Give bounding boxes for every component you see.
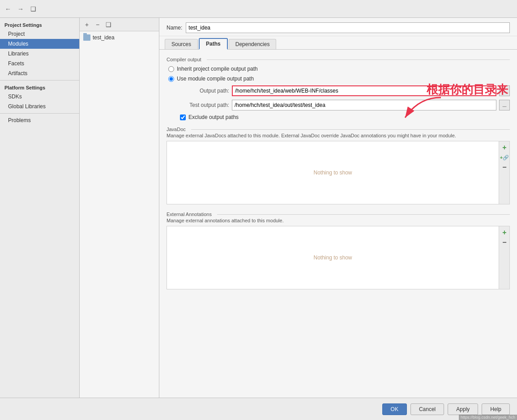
compiler-output-header: Compiler output <box>167 56 510 63</box>
bottom-bar: OK Cancel Apply Help https://blog.csdn.n… <box>0 398 517 420</box>
use-module-radio[interactable] <box>168 76 174 82</box>
back-icon[interactable]: ← <box>4 4 13 13</box>
exclude-checkbox[interactable] <box>180 115 186 120</box>
content-body: Compiler output Inherit project compile … <box>159 50 517 398</box>
top-toolbar: ← → ❑ <box>0 0 517 18</box>
exclude-checkbox-label[interactable]: Exclude output paths <box>188 114 239 120</box>
add-module-button[interactable]: + <box>82 20 91 29</box>
external-annotations-manage-text: Manage external annotations attached to … <box>167 218 510 223</box>
module-folder-icon <box>83 34 90 41</box>
apply-button[interactable]: Apply <box>448 403 478 415</box>
test-output-path-browse-button[interactable]: ... <box>499 100 510 110</box>
output-path-label: Output path: <box>180 88 229 94</box>
javadoc-nothing: Nothing to show <box>313 170 352 176</box>
watermark: https://blog.csdn.net/geek_hch <box>459 415 517 420</box>
module-toolbar: + − ❑ <box>80 18 159 31</box>
sidebar-item-modules[interactable]: Modules <box>0 39 79 49</box>
external-annotations-section: External Annotations Manage external ann… <box>167 211 510 289</box>
javadoc-add-button[interactable]: + <box>500 143 509 152</box>
sidebar-divider2 <box>0 113 79 114</box>
ext-annotations-remove-button[interactable]: − <box>500 238 509 247</box>
platform-settings-title: Platform Settings <box>0 82 79 92</box>
test-output-path-row: Test output path: ... <box>167 100 510 110</box>
test-output-path-input[interactable] <box>232 100 496 110</box>
javadoc-remove-button[interactable]: − <box>500 163 509 172</box>
external-annotations-list: Nothing to show + − <box>167 226 510 289</box>
content-panel: Name: Sources Paths Dependencies Compile… <box>159 18 517 398</box>
javadoc-line <box>191 129 510 130</box>
sidebar-item-project[interactable]: Project <box>0 29 79 39</box>
compiler-output-title: Compiler output <box>167 57 204 62</box>
copy-icon[interactable]: ❑ <box>29 4 38 13</box>
help-button[interactable]: Help <box>482 403 510 415</box>
output-path-input[interactable] <box>232 85 496 96</box>
javadoc-title: JavaDoc <box>167 127 188 132</box>
name-label: Name: <box>167 25 182 31</box>
sidebar-item-libraries[interactable]: Libraries <box>0 49 79 59</box>
external-annotations-line <box>217 214 510 215</box>
name-input[interactable] <box>186 22 510 33</box>
javadoc-header: JavaDoc <box>167 126 510 133</box>
javadoc-list: Nothing to show + +🔗 − <box>167 141 510 204</box>
sidebar-item-facets[interactable]: Facets <box>0 59 79 68</box>
ok-button[interactable]: OK <box>382 403 407 415</box>
external-annotations-body: Nothing to show <box>167 226 499 289</box>
name-row: Name: <box>159 18 517 36</box>
section-line <box>207 59 510 60</box>
module-list: test_idea <box>80 31 159 398</box>
sidebar-item-sdks[interactable]: SDKs <box>0 92 79 102</box>
tab-sources[interactable]: Sources <box>165 39 198 49</box>
tab-dependencies[interactable]: Dependencies <box>229 39 277 49</box>
exclude-checkbox-row: Exclude output paths <box>167 114 510 120</box>
remove-module-button[interactable]: − <box>93 20 102 29</box>
compiler-output-section: Compiler output <box>167 56 510 63</box>
inherit-radio-label[interactable]: Inherit project compile output path <box>177 66 258 72</box>
sidebar-divider <box>0 80 79 81</box>
javadoc-add-url-button[interactable]: +🔗 <box>500 153 509 162</box>
sidebar: Project Settings Project Modules Librari… <box>0 18 80 398</box>
ext-annotations-add-button[interactable]: + <box>500 228 509 237</box>
output-path-browse-button[interactable]: ... <box>499 85 510 96</box>
copy-module-button[interactable]: ❑ <box>104 20 113 29</box>
project-settings-title: Project Settings <box>0 20 79 29</box>
external-annotations-actions: + − <box>499 226 509 289</box>
external-annotations-title: External Annotations <box>167 212 214 217</box>
sidebar-item-problems[interactable]: Problems <box>0 115 79 125</box>
javadoc-body: Nothing to show <box>167 141 499 204</box>
external-annotations-nothing: Nothing to show <box>313 255 352 261</box>
external-annotations-header: External Annotations <box>167 211 510 218</box>
module-panel: + − ❑ test_idea <box>80 18 159 398</box>
inherit-radio[interactable] <box>168 66 174 72</box>
javadoc-manage-text: Manage external JavaDocs attached to thi… <box>167 133 510 138</box>
use-module-radio-label[interactable]: Use module compile output path <box>177 76 254 82</box>
sidebar-item-artifacts[interactable]: Artifacts <box>0 68 79 78</box>
forward-icon[interactable]: → <box>16 4 25 13</box>
module-list-item[interactable]: test_idea <box>80 33 159 42</box>
test-output-path-label: Test output path: <box>180 102 229 108</box>
javadoc-actions: + +🔗 − <box>499 141 509 204</box>
sidebar-item-global-libraries[interactable]: Global Libraries <box>0 102 79 111</box>
output-path-row: Output path: ... <box>167 85 510 96</box>
use-module-radio-row: Use module compile output path <box>167 76 510 82</box>
tab-paths[interactable]: Paths <box>199 38 228 50</box>
tabs-row: Sources Paths Dependencies <box>159 36 517 50</box>
cancel-button[interactable]: Cancel <box>410 403 444 415</box>
inherit-radio-row: Inherit project compile output path <box>167 66 510 72</box>
javadoc-section: JavaDoc Manage external JavaDocs attache… <box>167 126 510 204</box>
module-name-label: test_idea <box>93 34 115 41</box>
